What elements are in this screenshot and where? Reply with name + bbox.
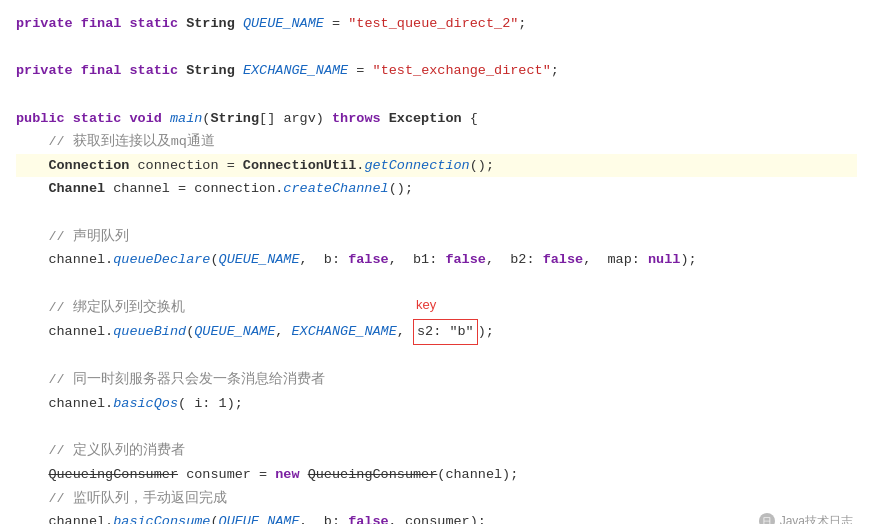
code-line-3: private final static String EXCHANGE_NAM… (16, 59, 857, 83)
code-line-8: Channel channel = connection.createChann… (16, 177, 857, 201)
code-line-2 (16, 36, 857, 60)
svg-text:日: 日 (762, 516, 772, 524)
code-line-5: public static void main(String[] argv) t… (16, 107, 857, 131)
strikethrough-2: QueueingConsumer (308, 463, 438, 487)
code-line-12 (16, 272, 857, 296)
annotation-key-label: key (416, 294, 436, 317)
code-line-18 (16, 416, 857, 440)
code-line-7: Connection connection = ConnectionUtil.g… (16, 154, 857, 178)
watermark-text: Java技术日志 (780, 511, 853, 524)
code-line-10: // 声明队列 (16, 225, 857, 249)
code-line-11: channel.queueDeclare(QUEUE_NAME, b: fals… (16, 248, 857, 272)
code-line-17: channel.basicQos( i: 1); (16, 392, 857, 416)
code-line-15 (16, 345, 857, 369)
code-line-22: channel.basicConsume(QUEUE_NAME, b: fals… (16, 510, 857, 524)
code-line-16: // 同一时刻服务器只会发一条消息给消费者 (16, 368, 857, 392)
code-line-19: // 定义队列的消费者 (16, 439, 857, 463)
code-line-9 (16, 201, 857, 225)
code-block: private final static String QUEUE_NAME =… (0, 0, 873, 524)
code-line-14: channel.queueBind(QUEUE_NAME, EXCHANGE_N… (16, 319, 857, 345)
code-line-4 (16, 83, 857, 107)
code-line-21: // 监听队列，手动返回完成 (16, 487, 857, 511)
code-line-13: // 绑定队列到交换机 key (16, 296, 857, 320)
annotation-bubble: s2: "b" (413, 319, 478, 345)
code-line-1: private final static String QUEUE_NAME =… (16, 12, 857, 36)
kw-private: private (16, 12, 73, 36)
watermark-icon: 日 (758, 512, 776, 524)
strikethrough-1: QueueingConsumer (48, 463, 178, 487)
code-line-6: // 获取到连接以及mq通道 (16, 130, 857, 154)
watermark: 日 Java技术日志 (758, 511, 853, 524)
code-line-20: QueueingConsumer consumer = new Queueing… (16, 463, 857, 487)
